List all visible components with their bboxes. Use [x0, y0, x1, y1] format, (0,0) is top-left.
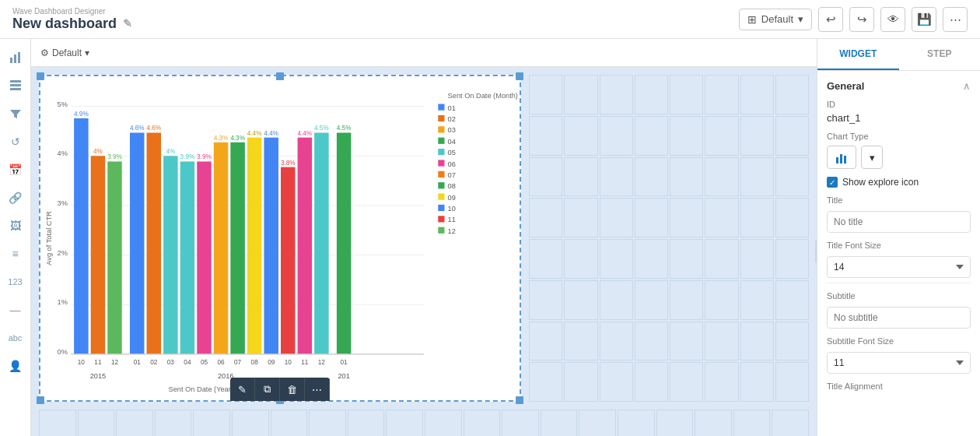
resize-handle-tr[interactable] [516, 72, 523, 80]
svg-text:05: 05 [448, 149, 456, 156]
svg-text:10: 10 [78, 359, 86, 366]
widget-copy-button[interactable]: ⧉ [255, 378, 280, 401]
svg-text:4.9%: 4.9% [74, 111, 89, 118]
chevron-down-icon: ▾ [798, 13, 803, 25]
empty-grid-right [529, 75, 809, 402]
svg-rect-41 [197, 161, 211, 353]
grid-cell [775, 75, 809, 114]
svg-text:4.4%: 4.4% [247, 130, 262, 137]
svg-text:4%: 4% [166, 148, 175, 155]
chart-type-bar-button[interactable] [827, 146, 856, 169]
grid-cell [740, 116, 774, 156]
layout-selector[interactable]: ⚙ Default ▾ [40, 47, 89, 58]
resize-handle-tl[interactable] [37, 72, 44, 80]
svg-rect-5 [10, 88, 21, 90]
collapse-general-icon[interactable]: ∧ [963, 80, 971, 92]
sidebar-dash-icon[interactable]: — [3, 297, 28, 322]
widget-more-button[interactable]: ⋯ [305, 378, 330, 401]
show-explore-label: Show explore icon [842, 177, 919, 188]
svg-text:3%: 3% [58, 199, 68, 207]
edit-title-icon[interactable]: ✎ [123, 17, 132, 30]
svg-text:Avg of Total CTR: Avg of Total CTR [45, 211, 53, 265]
sidebar-image-icon[interactable]: 🖼 [3, 213, 28, 238]
grid-cell [635, 280, 668, 320]
tab-step[interactable]: STEP [899, 39, 981, 70]
redo-button[interactable]: ↪ [849, 7, 874, 32]
sidebar-table-icon[interactable] [3, 73, 28, 98]
grid-cell [600, 75, 633, 114]
more-options-button[interactable]: ⋯ [943, 7, 968, 32]
widget-id-value: chart_1 [827, 112, 971, 124]
subtitle-font-size-label: Subtitle Font Size [827, 336, 971, 346]
grid-cell [670, 116, 703, 156]
grid-cell [772, 410, 809, 436]
widget-delete-button[interactable]: 🗑 [280, 378, 305, 401]
grid-cell [635, 322, 668, 361]
svg-text:04: 04 [448, 138, 456, 146]
subtitle-input[interactable] [827, 307, 971, 329]
resize-handle-bl[interactable] [37, 396, 44, 404]
grid-cell [775, 362, 809, 402]
sidebar-list-icon[interactable]: ≡ [3, 241, 28, 266]
show-explore-checkbox[interactable]: ✓ [827, 177, 838, 188]
sidebar-calendar-icon[interactable]: 📅 [3, 157, 28, 182]
sidebar-text-icon[interactable]: abc [3, 325, 28, 350]
grid-cell [670, 198, 703, 237]
resize-handle-tm[interactable] [276, 72, 284, 80]
chart-type-label: Chart Type [827, 132, 971, 141]
svg-rect-89 [438, 194, 444, 200]
grid-cell [775, 239, 809, 279]
svg-text:4.4%: 4.4% [264, 130, 278, 137]
sidebar-person-icon[interactable]: 👤 [3, 353, 28, 378]
svg-text:4.5%: 4.5% [337, 125, 352, 132]
svg-text:03: 03 [448, 126, 456, 134]
chart-type-dropdown-button[interactable]: ▾ [861, 146, 883, 169]
svg-text:06: 06 [217, 359, 225, 366]
grid-cell [775, 198, 809, 237]
sidebar-link-icon[interactable]: 🔗 [3, 185, 28, 210]
svg-text:5%: 5% [58, 100, 68, 108]
svg-text:4.5%: 4.5% [314, 125, 329, 132]
svg-rect-91 [438, 205, 444, 211]
grid-cell [775, 322, 809, 361]
chart-widget[interactable]: Avg of Total CTR 5% 4% 3% 2% 1% 0% [39, 75, 521, 402]
svg-text:04: 04 [184, 359, 191, 366]
grid-cell [635, 198, 668, 237]
save-button[interactable]: 💾 [912, 7, 936, 32]
widget-action-bar: ✎ ⧉ 🗑 ⋯ [230, 378, 330, 401]
svg-rect-59 [298, 138, 312, 354]
sidebar-chart-icon[interactable] [3, 45, 28, 70]
svg-rect-2 [18, 52, 20, 63]
grid-cell [656, 410, 694, 436]
svg-rect-38 [180, 161, 194, 353]
sidebar-refresh-icon[interactable]: ↺ [3, 129, 28, 154]
widget-edit-button[interactable]: ✎ [230, 378, 255, 401]
grid-cell [564, 239, 597, 279]
svg-rect-22 [91, 156, 105, 354]
svg-text:03: 03 [167, 359, 175, 366]
undo-button[interactable]: ↩ [818, 7, 843, 32]
preview-button[interactable]: 👁 [880, 7, 905, 32]
grid-cell [193, 410, 230, 436]
layout-settings-icon: ⚙ [40, 47, 49, 58]
top-header: Wave Dashboard Designer New dashboard ✎ … [0, 0, 980, 39]
sidebar-filter-icon[interactable] [3, 101, 28, 126]
svg-rect-73 [438, 104, 444, 111]
resize-handle-br[interactable] [516, 396, 523, 404]
default-button[interactable]: ⊞ Default ▾ [739, 9, 812, 30]
panel-collapse-button[interactable]: › [815, 241, 817, 262]
grid-cell [670, 362, 703, 402]
grid-cell [635, 362, 668, 402]
sidebar-number-icon[interactable]: 123 [3, 269, 28, 294]
grid-cell [564, 362, 597, 402]
svg-rect-93 [438, 216, 444, 222]
title-font-size-select[interactable]: 14 [827, 256, 971, 278]
svg-text:01: 01 [341, 359, 348, 366]
svg-rect-25 [107, 161, 121, 353]
title-input[interactable] [827, 211, 971, 233]
grid-cell [386, 410, 423, 436]
grid-cell [155, 410, 192, 436]
tab-widget[interactable]: WIDGET [817, 39, 899, 70]
subtitle-font-size-select[interactable]: 11 [827, 352, 971, 374]
grid-cell [775, 116, 809, 156]
